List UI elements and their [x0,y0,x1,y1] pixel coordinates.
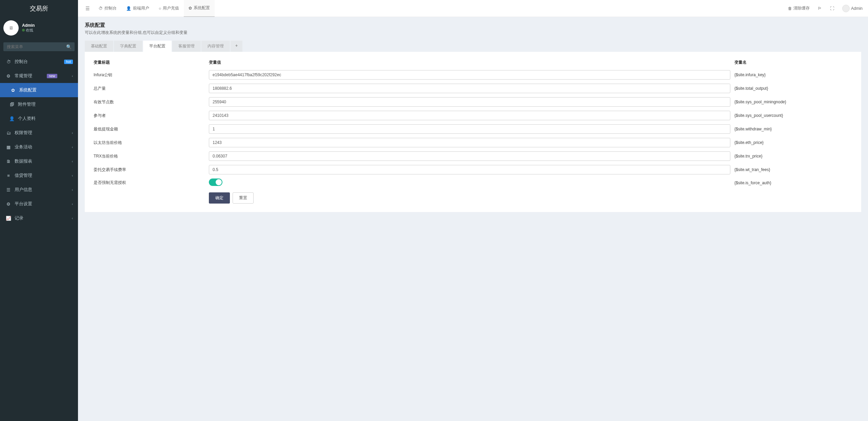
menu-label: 借贷管理 [15,172,32,178]
topnav-tab-0[interactable]: ⏱控制台 [94,0,121,17]
row-label: 参与者 [92,109,207,122]
sidebar-item-2[interactable]: ✿系统配置 [0,83,78,97]
menu-label: 常规管理 [15,73,32,79]
status-dot-icon [22,29,25,31]
add-tab-button[interactable]: + [231,41,242,52]
config-input-6[interactable] [209,151,730,161]
chevron-left-icon: ‹ [72,174,73,177]
topnav-tabs: ⏱控制台👤前端用户○用户充值✿系统配置 [94,0,215,17]
trash-icon: 🗑 [788,6,792,11]
config-tab-4[interactable]: 内容管理 [201,41,230,52]
menu-label: 权限管理 [15,130,32,136]
row-var-name: {$site.wt_tran_fees} [732,163,854,176]
row-var-name: {$site.trx_price} [732,149,854,163]
config-input-3[interactable] [209,111,730,120]
table-row: 有效节点数{$site.sys_pool_miningnode} [92,95,854,109]
menu-icon: ▦ [5,145,12,150]
sidebar: 交易所 🖼 Admin 在线 🔍 ⏱控制台hot⚙常规管理new‹✿系统配置🗐附… [0,0,78,421]
search-input[interactable] [3,42,63,51]
chevron-left-icon: ‹ [72,202,73,206]
config-input-1[interactable] [209,84,730,93]
row-label: TRX当前价格 [92,149,207,163]
config-tab-3[interactable]: 客服管理 [172,41,201,52]
row-value-cell [207,95,732,109]
config-input-4[interactable] [209,124,730,134]
chevron-left-icon: ‹ [72,160,73,163]
sidebar-item-11[interactable]: 📈记录‹ [0,211,78,225]
sidebar-item-6[interactable]: ▦业务活动‹ [0,140,78,154]
config-input-7[interactable] [209,165,730,174]
sidebar-item-5[interactable]: 🗂权限管理‹ [0,126,78,140]
config-tab-1[interactable]: 字典配置 [114,41,142,52]
language-icon: 🏳 [818,6,822,11]
menu-icon: 📈 [5,216,12,221]
row-var-name: {$site.infura_key} [732,68,854,82]
chevron-left-icon: ‹ [72,145,73,149]
table-row: 是否强制无需授权{$site.is_force_auth} [92,176,854,189]
row-var-name: {$site.sys_pool_miningnode} [732,95,854,109]
tab-icon: ✿ [189,6,192,10]
menu-icon: 🗂 [5,130,12,135]
row-value-cell [207,122,732,136]
sidebar-toggle-icon[interactable]: ☰ [81,6,94,11]
badge: new [47,74,57,78]
sidebar-item-3[interactable]: 🗐附件管理 [0,97,78,111]
sidebar-item-10[interactable]: ⚙平台设置‹ [0,197,78,211]
tab-label: 用户充值 [163,5,179,11]
user-status: 在线 [22,28,35,33]
row-var-name: {$site.total_output} [732,82,854,95]
sidebar-item-8[interactable]: ≡借贷管理‹ [0,168,78,183]
config-input-0[interactable] [209,70,730,80]
th-name: 变量名 [732,57,854,68]
row-var-name: {$site.withdraw_min} [732,122,854,136]
row-var-name: {$site.sys_pool_usercount} [732,109,854,122]
row-value-cell [207,136,732,149]
menu-icon: ✿ [9,88,16,93]
menu-icon: 🗐 [8,102,15,107]
row-label: 有效节点数 [92,95,207,109]
topnav: ☰ ⏱控制台👤前端用户○用户充值✿系统配置 🗑清除缓存 🏳 ⛶ Admin [78,0,868,17]
config-tab-0[interactable]: 基础配置 [85,41,113,52]
sidebar-search: 🔍 [0,39,78,55]
row-value-cell [207,176,732,189]
search-icon: 🔍 [66,44,72,49]
search-button[interactable]: 🔍 [63,42,75,51]
menu-label: 数据报表 [15,158,32,164]
sidebar-item-7[interactable]: 🗎数据报表‹ [0,154,78,168]
row-label: 总产量 [92,82,207,95]
config-tab-2[interactable]: 平台配置 [143,41,172,52]
tab-icon: ⏱ [99,6,103,11]
row-value-cell [207,68,732,82]
menu-label: 记录 [15,215,23,221]
topnav-tab-2[interactable]: ○用户充值 [154,0,184,17]
language-button[interactable]: 🏳 [816,6,824,11]
menu-label: 附件管理 [18,101,36,107]
sidebar-item-0[interactable]: ⏱控制台hot [0,55,78,69]
menu-icon: ☰ [5,187,12,192]
app-logo[interactable]: 交易所 [0,0,78,17]
confirm-button[interactable]: 确定 [209,192,230,204]
toggle-switch[interactable] [209,178,222,186]
menu-icon: 👤 [8,116,15,121]
topnav-user[interactable]: Admin [840,5,865,12]
topnav-tab-1[interactable]: 👤前端用户 [121,0,154,17]
th-label: 变量标题 [92,57,207,68]
row-value-cell [207,109,732,122]
avatar[interactable]: 🖼 [3,20,19,36]
sidebar-item-1[interactable]: ⚙常规管理new‹ [0,69,78,83]
topnav-tab-3[interactable]: ✿系统配置 [184,0,215,17]
clear-cache-button[interactable]: 🗑清除缓存 [786,5,812,11]
sidebar-item-9[interactable]: ☰用户信息‹ [0,183,78,197]
sidebar-item-4[interactable]: 👤个人资料 [0,111,78,126]
tab-icon: ○ [159,6,161,11]
reset-button[interactable]: 重置 [233,192,254,204]
table-row: 总产量{$site.total_output} [92,82,854,95]
config-input-2[interactable] [209,97,730,107]
tab-label: 系统配置 [194,5,210,11]
config-input-5[interactable] [209,138,730,147]
tab-label: 前端用户 [133,5,149,11]
row-label: 是否强制无需授权 [92,176,207,189]
menu-label: 用户信息 [15,187,32,193]
chevron-left-icon: ‹ [72,188,73,192]
fullscreen-button[interactable]: ⛶ [828,6,836,11]
